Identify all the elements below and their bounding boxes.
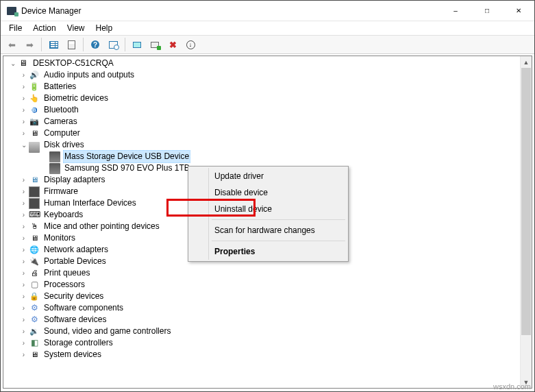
expander-icon[interactable]: › [18, 174, 29, 186]
expander-icon[interactable]: › [18, 314, 29, 326]
tree-category-print-queues[interactable]: ›Print queues [5, 267, 520, 279]
expander-icon[interactable]: › [18, 291, 29, 302]
tree-category-batteries[interactable]: ›Batteries [5, 81, 520, 93]
menubar: File Action View Help [1, 21, 534, 35]
close-button[interactable]: ✕ [503, 1, 534, 21]
expander-icon[interactable]: › [18, 302, 29, 314]
tree-category-cameras[interactable]: ›Cameras [5, 116, 520, 127]
expander-icon[interactable]: › [18, 104, 29, 116]
tree-item-label: Print queues [42, 267, 91, 279]
expander-icon[interactable]: › [18, 209, 29, 221]
tree-category-system-devices[interactable]: ›System devices [5, 349, 520, 360]
expander-icon[interactable]: › [18, 267, 29, 279]
context-menu-separator [212, 241, 345, 241]
tree-root[interactable]: ⌄DESKTOP-C51CRQA [5, 58, 520, 69]
context-menu-uninstall-device[interactable]: Uninstall device [190, 201, 347, 217]
cpu-icon [29, 280, 40, 291]
expander-icon[interactable]: ⌄ [8, 58, 18, 69]
stor-icon [29, 338, 40, 349]
gear-icon [29, 303, 40, 314]
tree-category-storage-controllers[interactable]: ›Storage controllers [5, 337, 520, 349]
context-menu-disable-device[interactable]: Disable device [190, 184, 347, 201]
chip-icon [29, 198, 40, 209]
show-hide-console-button[interactable] [45, 37, 62, 52]
expander-icon[interactable]: › [18, 197, 29, 209]
tree-category-computer[interactable]: ›Computer [5, 127, 520, 139]
properties-button[interactable] [63, 37, 79, 52]
tree-category-bluetooth[interactable]: ›Bluetooth [5, 104, 520, 116]
forward-button[interactable] [21, 37, 38, 52]
tree-item-label: Disk drives [42, 139, 86, 151]
 hdd-icon [49, 151, 60, 162]
tree-category-disk-drives[interactable]: ⌄Disk drives [5, 139, 520, 151]
update-driver-button[interactable] [129, 37, 145, 52]
context-menu-scan-for-hardware-changes[interactable]: Scan for hardware changes [190, 222, 347, 238]
tree-category-biometric-devices[interactable]: ›Biometric devices [5, 93, 520, 104]
snd-icon [29, 326, 40, 337]
bio-icon [29, 93, 40, 104]
expander-icon[interactable]: ⌄ [18, 139, 29, 151]
refresh-icon: ↓ [186, 40, 195, 49]
pc-icon [18, 58, 29, 69]
help-button[interactable]: ? [87, 37, 103, 52]
net-icon [29, 245, 40, 256]
disable-button[interactable] [164, 37, 181, 52]
expander-icon[interactable]: › [18, 116, 29, 127]
tree-category-sound-video-and-game-controllers[interactable]: ›Sound, video and game controllers [5, 326, 520, 337]
menu-help[interactable]: Help [90, 22, 119, 34]
tree-item-label: Storage controllers [42, 337, 114, 349]
scroll-up-button[interactable]: ▲ [521, 56, 532, 68]
tree-item-label: Batteries [42, 81, 77, 93]
tree-category-software-devices[interactable]: ›Software devices [5, 314, 520, 326]
tree-category-processors[interactable]: ›Processors [5, 279, 520, 291]
expander-icon[interactable]: › [18, 221, 29, 232]
context-menu-update-driver[interactable]: Update driver [190, 168, 347, 184]
expander-icon[interactable]: › [18, 337, 29, 349]
tree-item-label: DESKTOP-C51CRQA [32, 58, 115, 69]
toolbar-separator [41, 38, 42, 51]
vertical-scrollbar[interactable]: ▲ ▼ [520, 56, 532, 388]
scan-hardware-button[interactable]: ↓ [182, 37, 199, 52]
expander-icon[interactable]: › [18, 256, 29, 267]
expander-icon[interactable]: › [18, 127, 29, 139]
minimize-button[interactable]: – [440, 1, 471, 21]
expander-icon[interactable]: › [18, 244, 29, 256]
expander-icon[interactable]: › [18, 232, 29, 244]
expander-icon[interactable]: › [18, 81, 29, 93]
uninstall-button[interactable] [147, 37, 163, 52]
scroll-thumb[interactable] [521, 68, 531, 335]
expander-icon[interactable]: › [18, 69, 29, 81]
expander-icon[interactable]: › [18, 279, 29, 291]
tree-device-mass-storage-device-usb-device[interactable]: Mass Storage Device USB Device [5, 151, 520, 162]
toolbar-separator [83, 38, 84, 51]
sys-icon [29, 350, 40, 360]
grid-icon [49, 41, 58, 49]
tree-item-label: Firmware [42, 186, 79, 197]
mon-icon [29, 233, 40, 244]
batt-icon [29, 82, 40, 93]
expander-icon[interactable]: › [18, 93, 29, 104]
maximize-button[interactable]: □ [471, 1, 503, 21]
expander-icon[interactable]: › [18, 186, 29, 197]
device-manager-window: Device Manager – □ ✕ File Action View He… [0, 0, 535, 392]
audio-icon [29, 70, 40, 81]
scan-icon [109, 41, 118, 49]
tree-item-label: System devices [42, 349, 103, 360]
bt-icon [29, 105, 40, 116]
tree-category-software-components[interactable]: ›Software components [5, 302, 520, 314]
menu-action[interactable]: Action [27, 22, 61, 34]
content-area: ⌄DESKTOP-C51CRQA›Audio inputs and output… [3, 56, 532, 389]
context-menu-properties[interactable]: Properties [190, 243, 347, 260]
tree-category-audio-inputs-and-outputs[interactable]: ›Audio inputs and outputs [5, 69, 520, 81]
tree-item-label: Human Interface Devices [42, 197, 138, 209]
scan-button[interactable] [105, 37, 121, 52]
menu-file[interactable]: File [3, 22, 27, 34]
menu-view[interactable]: View [62, 22, 90, 34]
port-icon [29, 256, 40, 267]
expander-icon[interactable]: › [18, 326, 29, 337]
context-menu: Update driverDisable deviceUninstall dev… [188, 166, 349, 262]
expander-icon[interactable]: › [18, 349, 29, 360]
app-icon [6, 5, 17, 16]
back-button[interactable] [3, 37, 20, 52]
tree-category-security-devices[interactable]: ›Security devices [5, 291, 520, 302]
